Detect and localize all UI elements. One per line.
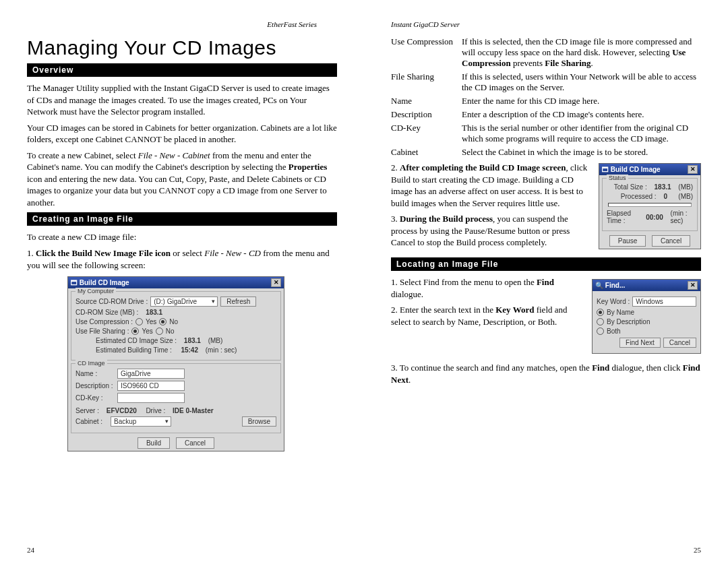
bydesc-radio[interactable] bbox=[597, 318, 604, 325]
page-number: 25 bbox=[694, 546, 701, 554]
build-button[interactable]: Build bbox=[138, 437, 170, 449]
cancel-button[interactable]: Cancel bbox=[176, 437, 214, 449]
findnext-button[interactable]: Find Next bbox=[619, 338, 661, 348]
cdkey-input[interactable] bbox=[117, 393, 185, 403]
page-number: 24 bbox=[27, 546, 34, 554]
def-description: Description Enter a description of the C… bbox=[391, 109, 701, 120]
close-icon[interactable]: ✕ bbox=[688, 281, 698, 290]
page-25: Instant GigaCD Server Use Compression If… bbox=[364, 0, 728, 562]
cabinet-select[interactable]: Backup bbox=[111, 416, 171, 427]
section-locate: Locating an Image File bbox=[391, 257, 701, 271]
def-file-sharing: File Sharing If this is selected, users … bbox=[391, 71, 701, 93]
overview-p2: Your CD images can be stored in Cabinets… bbox=[27, 122, 337, 146]
build-cd-image-dialog: 🗔 Build CD Image ✕ My Computer Source CD… bbox=[67, 276, 284, 451]
fileshare-no-radio[interactable] bbox=[156, 327, 163, 335]
both-radio[interactable] bbox=[597, 327, 604, 335]
page-title: Managing Your CD Images bbox=[27, 36, 337, 59]
dialog-titlebar: 🗔 Build CD Image ✕ bbox=[68, 277, 284, 288]
section-create: Creating an Image File bbox=[27, 212, 337, 226]
find-dialog: 🔍 Find...✕ Key Word :Windows By Name By … bbox=[592, 279, 701, 354]
refresh-button[interactable]: Refresh bbox=[220, 296, 256, 307]
running-head-right: Instant GigaCD Server bbox=[391, 20, 701, 28]
def-name: Name Enter the name for this CD image he… bbox=[391, 96, 701, 106]
status-cancel-button[interactable]: Cancel bbox=[652, 235, 690, 247]
create-step1: 1. Click the Build New Image File icon o… bbox=[27, 247, 337, 271]
def-cabinet: Cabinet Select the Cabinet in which the … bbox=[391, 147, 701, 158]
byname-radio[interactable] bbox=[597, 309, 604, 316]
name-input[interactable]: GigaDrive bbox=[117, 369, 185, 379]
page-24: EtherFast Series Managing Your CD Images… bbox=[0, 0, 364, 562]
browse-button[interactable]: Browse bbox=[242, 416, 276, 427]
compress-no-radio[interactable] bbox=[159, 318, 166, 325]
create-intro: To create a new CD image file: bbox=[27, 231, 337, 243]
fileshare-yes-radio[interactable] bbox=[131, 327, 139, 335]
keyword-input[interactable]: Windows bbox=[632, 296, 696, 307]
overview-p3: To create a new Cabinet, select File - N… bbox=[27, 150, 337, 209]
compress-yes-radio[interactable] bbox=[135, 318, 143, 325]
close-icon[interactable]: ✕ bbox=[688, 165, 698, 174]
close-icon[interactable]: ✕ bbox=[271, 278, 281, 287]
locate-step3: 3. To continue the search and find any m… bbox=[391, 362, 701, 385]
def-use-compression: Use Compression If this is selected, the… bbox=[391, 36, 701, 69]
overview-p1: The Manager Utility supplied with the In… bbox=[27, 82, 337, 118]
pause-button[interactable]: Pause bbox=[609, 235, 646, 247]
source-drive-select[interactable]: (D:) GigaDrive bbox=[150, 296, 218, 307]
section-overview: Overview bbox=[27, 63, 337, 77]
description-input[interactable]: ISO9660 CD bbox=[117, 381, 185, 391]
build-status-dialog: 🗔 Build CD Image✕ Status Total Size : 18… bbox=[599, 163, 701, 249]
running-head-left: EtherFast Series bbox=[27, 20, 337, 28]
def-cdkey: CD-Key This is the serial number or othe… bbox=[391, 123, 701, 144]
find-cancel-button[interactable]: Cancel bbox=[663, 338, 696, 348]
